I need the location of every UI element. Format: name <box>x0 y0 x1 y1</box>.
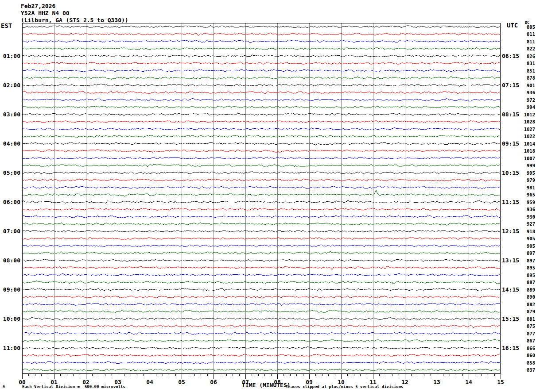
seismogram-trace-row <box>23 223 500 225</box>
dc-value: 877 <box>509 331 535 336</box>
webicorder-screen: Feb27,2026 Y52A HHZ N4 00 (Lilburn, GA (… <box>0 0 536 392</box>
seismogram-trace-row <box>23 91 500 94</box>
seismogram-trace-row <box>23 274 500 276</box>
seismogram-trace-row <box>23 347 500 350</box>
dc-value: 897 <box>509 258 535 263</box>
seismogram-trace-row <box>23 296 500 298</box>
corner-glyph: ʍ <box>3 384 5 388</box>
dc-value: 831 <box>509 61 535 66</box>
seismogram-trace-row <box>23 310 500 313</box>
dc-value: 837 <box>509 367 535 373</box>
dc-value: 889 <box>509 287 535 292</box>
x-tick-label: 06 <box>205 379 222 385</box>
seismogram-trace-row <box>23 369 500 371</box>
seismogram-trace-row <box>23 179 500 181</box>
dc-value: 1018 <box>509 148 535 154</box>
seismogram-trace-row <box>23 281 500 284</box>
dc-value: 994 <box>509 104 535 110</box>
est-hour-label: 01:00 <box>0 53 20 59</box>
dc-value: 927 <box>509 221 535 227</box>
dc-value: 1022 <box>509 134 535 139</box>
dc-value: 875 <box>509 323 535 329</box>
dc-value: 851 <box>509 68 535 73</box>
seismogram-trace-row <box>23 266 500 269</box>
seismogram-trace-row <box>23 113 500 116</box>
est-hour-label: 02:00 <box>0 82 20 88</box>
seismogram-trace-row <box>23 164 500 167</box>
seismogram-trace-row <box>23 120 500 123</box>
left-axis-header-est: EST <box>1 22 12 29</box>
dc-value: 860 <box>509 353 535 358</box>
dc-value: 811 <box>509 31 535 37</box>
seismogram-trace-row <box>23 171 500 174</box>
seismogram-trace-row <box>23 77 500 80</box>
seismogram-trace-row <box>23 259 500 261</box>
seismogram-trace-row <box>23 150 500 153</box>
seismogram-trace-row <box>23 251 500 254</box>
est-hour-label: 08:00 <box>0 257 20 264</box>
est-hour-label: 09:00 <box>0 287 20 293</box>
title-station: Y52A HHZ N4 00 <box>21 10 70 17</box>
seismogram-trace-row <box>23 55 500 58</box>
dc-value: 881 <box>509 316 535 322</box>
seismogram-trace-row <box>23 208 500 211</box>
dc-value: 890 <box>509 294 535 300</box>
seismogram-trace-row <box>23 332 500 335</box>
x-tick-label: 13 <box>428 379 446 385</box>
dc-value: 901 <box>509 83 535 88</box>
dc-value: 882 <box>509 302 535 307</box>
dc-value: 936 <box>509 90 535 95</box>
est-hour-label: 10:00 <box>0 316 20 322</box>
dc-value: 905 <box>509 243 535 249</box>
dc-value: 878 <box>509 75 535 81</box>
dc-value: 826 <box>509 54 535 59</box>
seismogram-trace-row <box>23 190 500 196</box>
dc-value: 999 <box>509 163 535 168</box>
dc-value: 805 <box>509 24 535 30</box>
x-axis-title: TIME (MINUTES) <box>242 382 291 388</box>
seismogram-trace-row <box>23 303 500 306</box>
est-hour-label: 07:00 <box>0 228 20 234</box>
seismogram-traces <box>23 23 500 373</box>
dc-value: 867 <box>509 338 535 343</box>
dc-value: 995 <box>509 170 535 176</box>
seismogram-trace-row <box>23 135 500 138</box>
dc-value: 1014 <box>509 141 535 146</box>
seismogram-trace-row <box>23 69 500 72</box>
dc-value: 1027 <box>509 127 535 132</box>
seismogram-trace-row <box>23 231 500 232</box>
seismogram-trace-row <box>23 200 500 204</box>
dc-value: 811 <box>509 39 535 44</box>
dc-value: 981 <box>509 185 535 190</box>
seismogram-trace-row <box>23 237 500 239</box>
dc-value: 918 <box>509 229 535 234</box>
seismogram-trace-row <box>23 361 500 364</box>
dc-value: 895 <box>509 265 535 270</box>
dc-value: 895 <box>509 273 535 278</box>
dc-value: 1007 <box>509 156 535 161</box>
seismogram-trace-row <box>23 128 500 131</box>
est-hour-label: 04:00 <box>0 141 20 147</box>
seismogram-trace-row <box>23 215 500 218</box>
dc-value: 1028 <box>509 119 535 124</box>
seismogram-trace-row <box>23 26 500 28</box>
seismogram-trace-row <box>23 289 500 291</box>
seismogram-trace-row <box>23 62 500 64</box>
dc-value: 887 <box>509 280 535 285</box>
seismogram-trace-row <box>23 40 500 43</box>
x-tick-label: 15 <box>492 379 509 385</box>
clip-note: Traces clipped at plus/minus 5 vertical … <box>286 384 404 389</box>
seismogram-trace-row <box>23 157 500 160</box>
dc-value: 1012 <box>509 112 535 117</box>
dc-value: 979 <box>509 177 535 183</box>
seismogram-trace-row <box>23 325 500 328</box>
vertical-scale-note: Each Vertical Division = 500.00 microvol… <box>22 384 125 389</box>
dc-value: 858 <box>509 360 535 365</box>
dc-value: 866 <box>509 346 535 351</box>
seismogram-trace-row <box>23 317 500 320</box>
dc-value: 879 <box>509 309 535 314</box>
est-hour-label: 03:00 <box>0 111 20 118</box>
seismogram-plot-area <box>22 23 501 374</box>
est-hour-label: 06:00 <box>0 199 20 205</box>
seismogram-trace-row <box>23 84 500 87</box>
